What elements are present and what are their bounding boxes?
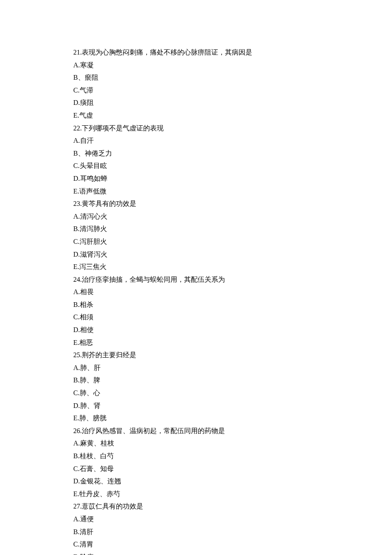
question-option: A.相畏 (73, 286, 392, 298)
question-block: 26.治疗风热感冒、温病初起，常配伍同用的药物是A.麻黄、桂枝B.桂枝、白芍C.… (73, 425, 392, 500)
question-block: 21.表现为心胸憋闷刺痛，痛处不移的心脉痹阻证，其病因是A.寒凝B、瘀阻C.气滞… (73, 46, 392, 122)
question-option: D.痰阻 (73, 96, 392, 109)
question-option: A.寒凝 (73, 59, 392, 72)
question-option: E.相恶 (73, 336, 392, 349)
question-option: B.桂枝、白芍 (73, 450, 392, 462)
question-option: B、瘀阻 (73, 71, 392, 84)
question-option: B.清泻肺火 (73, 223, 392, 235)
question-block: 27.薏苡仁具有的功效是A.通便B.清肝C.清胃D.除痹E.解暑 (73, 500, 392, 555)
question-option: E.语声低微 (73, 185, 392, 198)
question-stem: 24.治疗痉挛抽搐，全蝎与蜈蚣同用，其配伍关系为 (73, 273, 392, 286)
question-option: B.肺、脾 (73, 374, 392, 387)
question-option: C.头晕目眩 (73, 159, 392, 172)
question-option: C.相须 (73, 311, 392, 324)
question-block: 25.荆芥的主要归经是A.肺、肝B.肺、脾C.肺、心D.肺、肾E.肺、膀胱 (73, 349, 392, 425)
question-option: C.气滞 (73, 84, 392, 97)
question-stem: 25.荆芥的主要归经是 (73, 349, 392, 361)
question-option: E.泻三焦火 (73, 260, 392, 273)
question-option: B、神倦乏力 (73, 147, 392, 160)
question-stem: 22.下列哪项不是气虚证的表现 (73, 122, 392, 135)
question-option: E.牡丹皮、赤芍 (73, 488, 392, 500)
question-stem: 23.黄芩具有的功效是 (73, 197, 392, 210)
question-option: D.肺、肾 (73, 399, 392, 412)
question-option: A.自汗 (73, 134, 392, 147)
question-option: A.清泻心火 (73, 210, 392, 223)
question-option: C.泻肝胆火 (73, 235, 392, 248)
question-option: C.清胃 (73, 538, 392, 551)
question-option: A.通便 (73, 513, 392, 526)
question-option: C.石膏、知母 (73, 462, 392, 475)
question-option: E.肺、膀胱 (73, 412, 392, 425)
question-option: D.金银花、连翘 (73, 475, 392, 488)
question-option: A.麻黄、桂枝 (73, 437, 392, 450)
question-block: 22.下列哪项不是气虚证的表现A.自汗B、神倦乏力C.头晕目眩D.耳鸣如蝉E.语… (73, 122, 392, 198)
question-block: 23.黄芩具有的功效是A.清泻心火B.清泻肺火C.泻肝胆火D.滋肾泻火E.泻三焦… (73, 197, 392, 273)
question-option: E.气虚 (73, 109, 392, 122)
question-block: 24.治疗痉挛抽搐，全蝎与蜈蚣同用，其配伍关系为A.相畏B.相杀C.相须D.相使… (73, 273, 392, 349)
question-stem: 27.薏苡仁具有的功效是 (73, 500, 392, 513)
question-option: D.耳鸣如蝉 (73, 172, 392, 185)
question-option: D.滋肾泻火 (73, 248, 392, 261)
question-option: B.清肝 (73, 526, 392, 538)
question-option: A.肺、肝 (73, 361, 392, 374)
question-stem: 21.表现为心胸憋闷刺痛，痛处不移的心脉痹阻证，其病因是 (73, 46, 392, 59)
question-option: D.除痹 (73, 551, 392, 555)
question-option: C.肺、心 (73, 387, 392, 399)
question-option: B.相杀 (73, 298, 392, 311)
question-stem: 26.治疗风热感冒、温病初起，常配伍同用的药物是 (73, 425, 392, 437)
question-option: D.相使 (73, 324, 392, 336)
